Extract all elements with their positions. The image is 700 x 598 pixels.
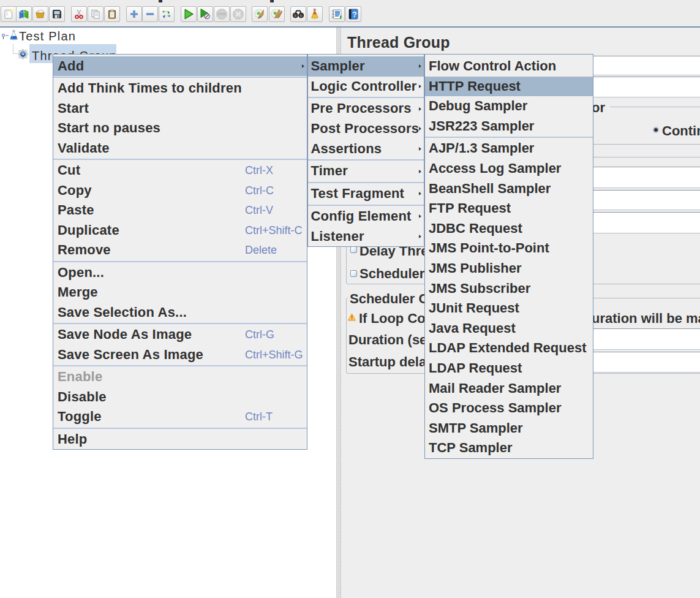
svg-text:STOP: STOP xyxy=(217,12,226,16)
svg-text:?: ? xyxy=(352,10,357,19)
